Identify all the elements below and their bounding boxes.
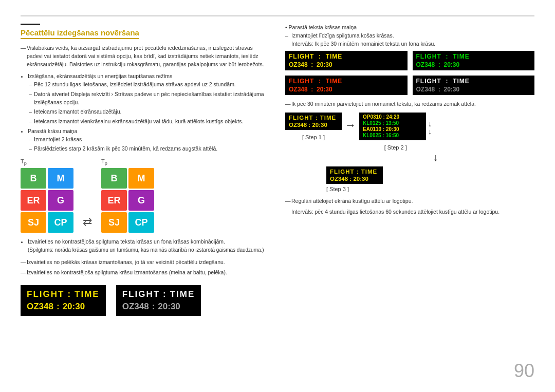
step2-board: OP0310 : 24:20 KL0125 : 13:50 EA0110 : 2… xyxy=(359,113,426,140)
left-column: Pēcattēlu izdegšanas novēršana Vislabāka… xyxy=(21,24,270,382)
right-bottom-notes: Regulāri attēlojiet ekrānā kustīgu attēl… xyxy=(285,197,534,216)
step3-r1: FLIGHT : TIME xyxy=(330,169,379,175)
step-2-block: OP0310 : 24:20 KL0125 : 13:50 EA0110 : 2… xyxy=(359,113,432,151)
cell-1-3: ER xyxy=(21,190,46,211)
sub-item-1-4: Ieteicams izmantot vienkrāsainu ekrānsau… xyxy=(34,118,270,126)
step3-label: [ Step 3 ] xyxy=(326,186,349,192)
step3-board: FLIGHT : TIME OZ348 : 20:30 xyxy=(326,166,383,184)
top-rule xyxy=(21,15,534,16)
big-board-yellow: FLIGHT : TIME OZ348 : 20:30 xyxy=(21,285,106,316)
step2-r2: KL0125 : 13:50 xyxy=(363,120,422,126)
grid-2-wrap: Tp B M ER G SJ CP xyxy=(101,158,154,233)
sub-item-2-1: Izmantojiet 2 krāsas xyxy=(34,136,270,144)
mini-white-r1: FLIGHT : TIME xyxy=(416,78,531,85)
avoid-note-2: Izvairieties no pelēkās krāsas izmantoša… xyxy=(21,258,270,267)
big-board-gray-row2: OZ348 : 20:30 xyxy=(122,302,195,312)
page-number: 90 xyxy=(514,360,534,382)
step2-r1: OP0310 : 24:20 xyxy=(363,114,422,120)
color-grid-2: B M ER G SJ CP xyxy=(101,168,154,233)
section-title: Pēcattēlu izdegšanas novēršana xyxy=(21,28,139,39)
page: Pēcattēlu izdegšanas novēršana Vislabāka… xyxy=(0,0,555,392)
cell-1-2: M xyxy=(48,168,73,189)
arrow-right-icon: → xyxy=(345,119,356,132)
right-note-3: Regulāri attēlojiet ekrānā kustīgu attēl… xyxy=(285,197,534,206)
right-column: • Parastā teksta krāsas maiņa Izmantojie… xyxy=(285,24,534,382)
sub-item-1-3: Ieteicams izmantot ekrānsaudzētāju. xyxy=(34,108,270,116)
tp2-label: Tp xyxy=(101,158,154,166)
mini-red-r2: OZ348 : 20:30 xyxy=(289,86,404,93)
right-note-2: Ik pēc 30 minūtēm pārvietojiet un nomain… xyxy=(285,100,534,108)
flight-boards-grid: FLIGHT : TIME OZ348 : 20:30 FLIGHT : TIM… xyxy=(285,51,534,95)
cell-1-5: SJ xyxy=(21,212,46,233)
color-grid-1: B M ER G SJ CP xyxy=(21,168,73,233)
big-board-gray: FLIGHT : TIME OZ348 : 20:30 xyxy=(116,285,201,316)
step-1-block: FLIGHT : TIME OZ348 : 20:30 [ Step 1 ] xyxy=(285,113,342,140)
cell-2-6: CP xyxy=(128,212,154,233)
color-swap-section: Tp B M ER G SJ CP ⇄ xyxy=(21,158,270,233)
mini-board-white: FLIGHT : TIME OZ348 : 20:30 xyxy=(413,76,535,95)
cell-1-6: CP xyxy=(48,212,73,233)
bullet-item-1: Izslēgšana, ekrānsaudzētājs un enerģijas… xyxy=(28,72,270,126)
cell-2-1: B xyxy=(101,168,127,189)
step3-r2: OZ348 : 20:30 xyxy=(330,176,379,182)
cell-2-3: ER xyxy=(101,190,127,211)
step1-r1: FLIGHT : TIME xyxy=(289,115,338,121)
step-3-block: FLIGHT : TIME OZ348 : 20:30 [ Step 3 ] xyxy=(326,166,534,192)
step2-r3: EA0110 : 20:30 xyxy=(363,126,422,132)
mini-green-r1: FLIGHT : TIME xyxy=(416,53,531,60)
big-board-gray-row1: FLIGHT : TIME xyxy=(122,289,195,300)
bottom-boards: FLIGHT : TIME OZ348 : 20:30 FLIGHT : xyxy=(21,285,270,316)
avoid-list: Izvairieties no kontrastējoša spilgtuma … xyxy=(21,238,270,254)
cell-2-4: G xyxy=(128,190,154,211)
mini-yellow-r1: FLIGHT : TIME xyxy=(289,53,404,60)
intro-note: Vislabākais veids, kā aizsargāt izstrādā… xyxy=(21,44,270,68)
sub-item-1-1: Pēc 12 stundu ilgas lietošanas, izslēdzi… xyxy=(34,81,270,89)
main-bullet-list: Izslēgšana, ekrānsaudzētājs un enerģijas… xyxy=(21,72,270,153)
swap-arrows: ⇄ xyxy=(83,215,92,229)
cell-1-4: G xyxy=(48,190,73,211)
step2-r4: KL0025 : 16:50 xyxy=(363,133,422,138)
mini-red-r1: FLIGHT : TIME xyxy=(289,78,404,85)
step2-content: OP0310 : 24:20 KL0125 : 13:50 EA0110 : 2… xyxy=(359,113,432,140)
right-sub-1a: Izmantojiet līdzīga spilgtuma košas krās… xyxy=(285,32,394,39)
steps-area: FLIGHT : TIME OZ348 : 20:30 [ Step 1 ] →… xyxy=(285,113,534,151)
step1-r2: OZ348 : 20:30 xyxy=(289,122,338,128)
cell-1-1: B xyxy=(21,168,46,189)
right-sub-1b: Intervāls: Ik pēc 30 minūtēm nomainiet t… xyxy=(285,40,435,48)
right-note-3b: Intervāls: pēc 4 stundu ilgas lietošanas… xyxy=(285,208,534,216)
big-board-yellow-row2: OZ348 : 20:30 xyxy=(27,302,100,312)
double-arrow-icon: ↓ ↓ xyxy=(428,120,432,135)
step1-board: FLIGHT : TIME OZ348 : 20:30 xyxy=(285,113,342,130)
step2-label: [ Step 2 ] xyxy=(384,144,407,151)
cell-2-2: M xyxy=(128,168,154,189)
bullet-item-2: Parastā krāsu maiņa Izmantojiet 2 krāsas… xyxy=(28,127,270,153)
mini-white-r2: OZ348 : 20:30 xyxy=(416,86,531,93)
right-bullet-text: • Parastā teksta krāsas maiņa xyxy=(285,24,357,30)
down-arrow-step3: ↓ xyxy=(275,152,534,163)
mini-board-red: FLIGHT : TIME OZ348 : 20:30 xyxy=(285,76,408,95)
avoid-item-1: Izvairieties no kontrastējoša spilgtuma … xyxy=(28,238,270,254)
big-board-yellow-row1: FLIGHT : TIME xyxy=(27,289,100,300)
sub-item-2-2: Pārslēdzieties starp 2 krāsām ik pēc 30 … xyxy=(34,145,270,153)
avoid-note-3: Izvairieties no kontrastējoša spilgtuma … xyxy=(21,269,270,277)
mini-board-green: FLIGHT : TIME OZ348 : 20:30 xyxy=(413,51,535,70)
mini-green-r2: OZ348 : 20:30 xyxy=(416,61,531,68)
content-area: Pēcattēlu izdegšanas novēršana Vislabāka… xyxy=(21,24,534,382)
step1-label: [ Step 1 ] xyxy=(302,134,325,140)
cell-2-5: SJ xyxy=(101,212,127,233)
mini-board-yellow: FLIGHT : TIME OZ348 : 20:30 xyxy=(285,51,408,70)
tp1-label: Tp xyxy=(21,158,73,166)
sub-item-1-2: Datorā atveriet Displeja rekvizīti › Str… xyxy=(34,90,270,107)
mini-yellow-r2: OZ348 : 20:30 xyxy=(289,61,404,68)
right-bullet-1: • Parastā teksta krāsas maiņa Izmantojie… xyxy=(285,24,534,48)
grid-1-wrap: Tp B M ER G SJ CP xyxy=(21,158,73,233)
accent-bar xyxy=(21,24,40,25)
